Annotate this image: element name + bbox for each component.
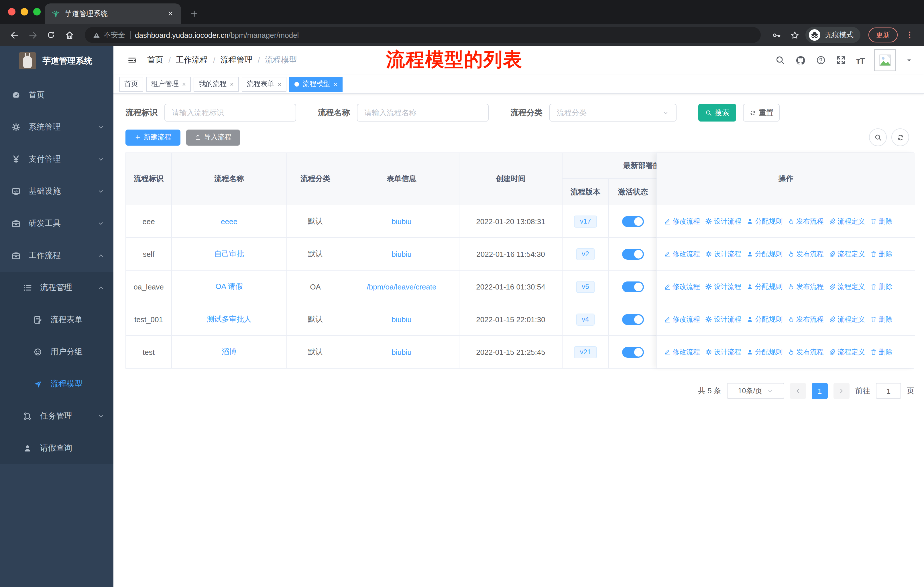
action-分配规则[interactable]: 分配规则 <box>746 314 782 324</box>
action-设计流程[interactable]: 设计流程 <box>705 282 741 291</box>
sidebar-item-系统管理[interactable]: 系统管理 <box>0 111 114 143</box>
action-修改流程[interactable]: 修改流程 <box>664 347 700 357</box>
sidebar-item-流程模型[interactable]: 流程模型 <box>0 368 114 400</box>
tag-close-icon[interactable]: × <box>278 81 282 88</box>
sidebar-item-首页[interactable]: 首页 <box>0 79 114 111</box>
browser-tab[interactable]: 芋道管理系统 <box>45 3 181 24</box>
github-icon[interactable] <box>795 55 806 66</box>
action-分配规则[interactable]: 分配规则 <box>746 347 782 357</box>
sidebar-item-流程管理[interactable]: 流程管理 <box>0 272 114 304</box>
action-流程定义[interactable]: 流程定义 <box>829 217 865 226</box>
search-icon[interactable] <box>776 55 785 65</box>
action-删除[interactable]: 删除 <box>870 217 893 226</box>
bookmark-star-icon[interactable] <box>787 28 802 42</box>
action-设计流程[interactable]: 设计流程 <box>705 217 741 226</box>
active-toggle[interactable] <box>622 314 644 325</box>
form-info-link[interactable]: biubiu <box>391 217 411 226</box>
sidebar-item-用户分组[interactable]: 用户分组 <box>0 336 114 368</box>
update-button[interactable]: 更新 <box>868 28 898 42</box>
action-流程定义[interactable]: 流程定义 <box>829 249 865 259</box>
create-process-button[interactable]: 新建流程 <box>125 129 180 146</box>
sidebar-item-支付管理[interactable]: 支付管理 <box>0 143 114 175</box>
process-name-link[interactable]: 自己审批 <box>214 249 244 259</box>
reset-button[interactable]: 重置 <box>743 104 780 122</box>
process-category-select[interactable]: 流程分类 <box>549 104 676 122</box>
form-info-link[interactable]: /bpm/oa/leave/create <box>367 282 437 291</box>
action-流程定义[interactable]: 流程定义 <box>829 314 865 324</box>
font-size-icon[interactable]: тT <box>856 55 865 65</box>
avatar[interactable] <box>874 49 896 71</box>
action-流程定义[interactable]: 流程定义 <box>829 282 865 291</box>
active-toggle[interactable] <box>622 216 644 227</box>
action-设计流程[interactable]: 设计流程 <box>705 314 741 324</box>
form-info-link[interactable]: biubiu <box>391 315 411 324</box>
action-删除[interactable]: 删除 <box>870 347 893 357</box>
sidebar-item-请假查询[interactable]: 请假查询 <box>0 432 114 464</box>
breadcrumb-item[interactable]: 首页 <box>147 55 163 65</box>
avatar-caret-icon[interactable] <box>906 57 912 64</box>
sidebar-collapse-icon[interactable] <box>127 55 137 65</box>
fullscreen-icon[interactable] <box>836 55 846 65</box>
tag-close-icon[interactable]: × <box>182 81 186 88</box>
action-设计流程[interactable]: 设计流程 <box>705 249 741 259</box>
action-发布流程[interactable]: 发布流程 <box>788 282 824 291</box>
prev-page-button[interactable] <box>790 383 806 399</box>
tag-租户管理[interactable]: 租户管理× <box>146 76 191 91</box>
minimize-window-button[interactable] <box>21 8 28 15</box>
app-logo[interactable]: 芋道管理系统 <box>0 46 114 76</box>
active-toggle[interactable] <box>622 281 644 292</box>
action-分配规则[interactable]: 分配规则 <box>746 282 782 291</box>
forward-icon[interactable] <box>25 28 40 42</box>
help-icon[interactable] <box>816 55 826 65</box>
action-修改流程[interactable]: 修改流程 <box>664 314 700 324</box>
action-发布流程[interactable]: 发布流程 <box>788 249 824 259</box>
import-process-button[interactable]: 导入流程 <box>186 129 240 146</box>
back-icon[interactable] <box>7 28 22 42</box>
reload-icon[interactable] <box>43 28 58 42</box>
tag-close-icon[interactable]: × <box>334 81 337 88</box>
action-流程定义[interactable]: 流程定义 <box>829 347 865 357</box>
action-发布流程[interactable]: 发布流程 <box>788 217 824 226</box>
action-删除[interactable]: 删除 <box>870 249 893 259</box>
action-修改流程[interactable]: 修改流程 <box>664 282 700 291</box>
action-修改流程[interactable]: 修改流程 <box>664 249 700 259</box>
toggle-search-button[interactable] <box>869 128 887 146</box>
next-page-button[interactable] <box>833 383 850 399</box>
sidebar-item-流程表单[interactable]: 流程表单 <box>0 304 114 336</box>
goto-page-input[interactable] <box>876 383 901 399</box>
sidebar-item-基础设施[interactable]: 基础设施 <box>0 175 114 208</box>
process-name-link[interactable]: 测试多审批人 <box>207 314 251 324</box>
search-button[interactable]: 搜索 <box>698 104 736 122</box>
close-window-button[interactable] <box>8 8 15 15</box>
process-name-link[interactable]: eeee <box>221 217 238 226</box>
address-bar[interactable]: 不安全 dashboard.yudao.iocoder.cn/bpm/manag… <box>85 27 761 43</box>
home-icon[interactable] <box>62 28 77 42</box>
process-name-input[interactable]: 请输入流程名称 <box>357 104 488 122</box>
action-发布流程[interactable]: 发布流程 <box>788 347 824 357</box>
sidebar-item-研发工具[interactable]: 研发工具 <box>0 208 114 240</box>
tag-流程表单[interactable]: 流程表单× <box>242 76 287 91</box>
password-key-icon[interactable] <box>769 28 784 42</box>
active-toggle[interactable] <box>622 248 644 260</box>
active-toggle[interactable] <box>622 347 644 357</box>
tag-首页[interactable]: 首页 <box>119 76 143 91</box>
tag-我的流程[interactable]: 我的流程× <box>194 76 239 91</box>
action-分配规则[interactable]: 分配规则 <box>746 217 782 226</box>
tag-流程模型[interactable]: 流程模型× <box>290 76 343 91</box>
breadcrumb-item[interactable]: 工作流程 <box>176 55 208 65</box>
breadcrumb-item[interactable]: 流程管理 <box>221 55 252 65</box>
action-修改流程[interactable]: 修改流程 <box>664 217 700 226</box>
page-size-select[interactable]: 10条/页 <box>727 383 784 399</box>
process-key-input[interactable]: 请输入流程标识 <box>164 104 296 122</box>
browser-menu-icon[interactable] <box>902 28 917 42</box>
form-info-link[interactable]: biubiu <box>391 348 411 356</box>
process-name-link[interactable]: 滔博 <box>222 347 237 357</box>
refresh-button[interactable] <box>891 128 909 146</box>
new-tab-button[interactable] <box>187 6 201 21</box>
sidebar-item-任务管理[interactable]: 任务管理 <box>0 400 114 432</box>
current-page-button[interactable]: 1 <box>812 383 828 399</box>
tab-close-icon[interactable] <box>165 8 175 19</box>
action-删除[interactable]: 删除 <box>870 314 893 324</box>
action-发布流程[interactable]: 发布流程 <box>788 314 824 324</box>
action-分配规则[interactable]: 分配规则 <box>746 249 782 259</box>
